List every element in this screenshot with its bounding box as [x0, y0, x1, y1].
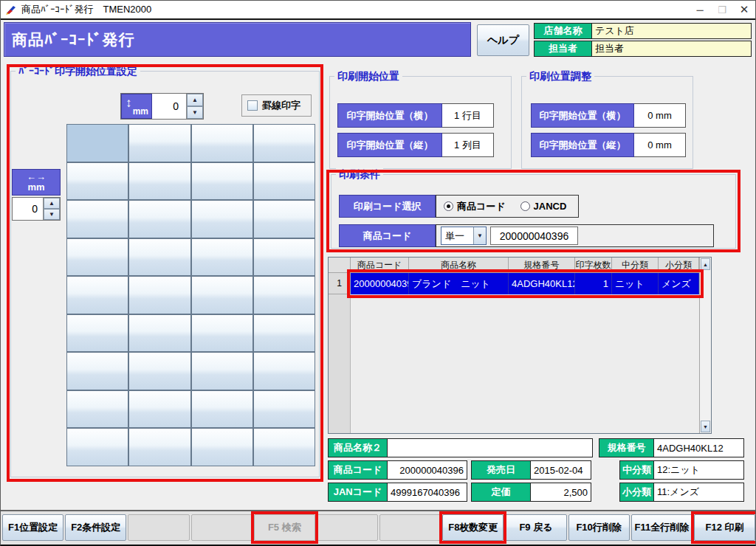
label-cell[interactable] — [66, 276, 128, 314]
horizontal-offset-control: 0 ▲ ▼ — [12, 197, 61, 221]
label-cell[interactable] — [191, 314, 253, 353]
grid-print-checkbox-row[interactable]: 罫線印字 — [241, 94, 312, 117]
radio-unselected-icon[interactable] — [520, 201, 530, 211]
label-cell[interactable] — [128, 390, 190, 429]
label-cell[interactable] — [66, 162, 128, 201]
close-button[interactable]: ✕ — [733, 1, 755, 18]
f6-empty-slot — [317, 514, 378, 541]
label-cell[interactable] — [128, 352, 190, 390]
product-code-entry: 単一 ▼ 200000040396 — [436, 224, 714, 247]
jan-code-row: JANコード 4999167040396 — [328, 483, 467, 502]
store-name-label: 店舗名称 — [535, 24, 592, 38]
minimize-button[interactable]: ─ — [689, 1, 711, 18]
radio-jancd[interactable]: JANCD — [520, 201, 567, 212]
label-cell[interactable] — [128, 276, 190, 314]
label-cell[interactable] — [253, 238, 315, 277]
print-adjust-v-value: 0 mm — [634, 133, 686, 157]
f9-back-button[interactable]: F9 戻る — [505, 514, 566, 541]
mode-dropdown[interactable]: 単一 ▼ — [441, 227, 487, 245]
col-mid-category: 中分類 — [612, 258, 659, 273]
f1-position-button[interactable]: F1位置設定 — [2, 514, 63, 541]
horizontal-offset-input[interactable]: 0 — [13, 198, 44, 220]
barcode-start-position-group: ﾊﾞｰｺｰﾄﾞ印字開始位置設定 ↕ mm 0 ▲ ▼ 罫線印字 ←→ mm 0 — [10, 71, 320, 477]
barcode-start-position-group-title: ﾊﾞｰｺｰﾄﾞ印字開始位置設定 — [16, 65, 140, 77]
label-cell[interactable] — [66, 124, 128, 162]
label-cell[interactable] — [191, 428, 253, 466]
label-cell[interactable] — [253, 162, 315, 201]
f3-empty-slot — [128, 514, 189, 541]
function-key-bar: F1位置設定 F2条件設定 F5 検索 F8枚数変更 F9 戻る F10行削除 … — [1, 510, 756, 545]
dropdown-arrow-icon[interactable]: ▼ — [473, 227, 486, 244]
label-cell[interactable] — [128, 314, 190, 353]
product-code-row: 商品コード 200000040396 — [328, 460, 467, 480]
grid-print-checkbox-label: 罫線印字 — [262, 99, 300, 112]
table-empty-area — [351, 294, 699, 433]
table-header-row: 商品コード 商品名称 規格番号 印字枚数 中分類 小分類 — [329, 258, 699, 273]
label-cell[interactable] — [191, 390, 253, 429]
table-row[interactable]: 1 200000040396 ブランド ニット 4ADGH40KL12 1 ニッ… — [329, 273, 699, 294]
row-number-column — [329, 294, 351, 433]
label-cell[interactable] — [191, 162, 253, 201]
label-cell[interactable] — [191, 352, 253, 390]
spec-number-row: 規格番号 4ADGH40KL12 — [599, 438, 744, 457]
table-scrollbar[interactable]: ▲ ▼ — [699, 258, 711, 433]
label-cell[interactable] — [191, 200, 253, 238]
label-cell[interactable] — [128, 162, 190, 201]
product-code-input[interactable]: 200000040396 — [490, 227, 578, 245]
label-cell[interactable] — [253, 276, 315, 314]
print-start-h-label: 印字開始位置（横） — [337, 103, 442, 128]
f8-count-change-button[interactable]: F8枚数変更 — [442, 514, 504, 541]
f4-empty-slot — [191, 514, 252, 541]
maximize-button[interactable]: ❒ — [711, 1, 733, 18]
vertical-offset-input[interactable]: 0 — [152, 94, 187, 119]
scroll-down-icon[interactable]: ▼ — [701, 421, 710, 432]
label-cell[interactable] — [66, 428, 128, 466]
product-code-label: 商品コード — [339, 224, 436, 247]
label-cell[interactable] — [191, 124, 253, 162]
vertical-offset-down-icon[interactable]: ▼ — [187, 106, 203, 119]
label-cell[interactable] — [66, 200, 128, 238]
small-category-row: 小分類 11:メンズ — [619, 483, 744, 502]
vertical-offset-up-icon[interactable]: ▲ — [187, 94, 203, 106]
help-button[interactable]: ヘルプ — [477, 24, 529, 56]
label-cell[interactable] — [128, 238, 190, 277]
print-start-v-label: 印字開始位置（縦） — [337, 133, 442, 157]
page-title: 商品ﾊﾞｰｺｰﾄﾞ発行 — [4, 22, 471, 57]
vertical-offset-control: ↕ mm 0 ▲ ▼ — [120, 93, 204, 120]
label-cell[interactable] — [253, 428, 315, 466]
jan-code-field: 4999167040396 — [388, 483, 467, 501]
scroll-up-icon[interactable]: ▲ — [701, 258, 710, 270]
label-cell[interactable] — [191, 238, 253, 277]
print-start-h-value: 1 行目 — [442, 103, 494, 128]
radio-selected-icon[interactable] — [444, 201, 453, 211]
small-category-field: 11:メンズ — [654, 483, 743, 501]
f2-condition-button[interactable]: F2条件設定 — [65, 514, 126, 541]
label-cell[interactable] — [128, 124, 190, 162]
print-adjust-v-label: 印字開始位置（縦） — [531, 133, 634, 157]
f11-delete-all-button[interactable]: F11全行削除 — [631, 514, 693, 541]
release-date-field: 2015-02-04 — [531, 461, 591, 479]
horizontal-offset-down-icon[interactable]: ▼ — [44, 209, 60, 220]
label-cell[interactable] — [253, 352, 315, 390]
grid-print-checkbox[interactable] — [247, 100, 258, 111]
f7-empty-slot — [379, 514, 441, 541]
label-cell[interactable] — [66, 238, 128, 277]
label-cell[interactable] — [253, 390, 315, 429]
label-cell[interactable] — [253, 200, 315, 238]
label-cell[interactable] — [66, 314, 128, 353]
label-cell[interactable] — [66, 390, 128, 429]
app-window: 商品ﾊﾞｰｺｰﾄﾞ発行 TMEN2000 ─ ❒ ✕ 商品ﾊﾞｰｺｰﾄﾞ発行 ヘ… — [0, 0, 756, 546]
f12-print-button[interactable]: F12 印刷 — [694, 514, 755, 541]
label-cell[interactable] — [253, 314, 315, 353]
label-cell[interactable] — [191, 276, 253, 314]
label-cell[interactable] — [253, 124, 315, 162]
f10-delete-row-button[interactable]: F10行削除 — [568, 514, 630, 541]
horizontal-offset-up-icon[interactable]: ▲ — [44, 198, 60, 209]
col-spec-number: 規格番号 — [509, 258, 575, 273]
label-cell[interactable] — [128, 428, 190, 466]
label-cell[interactable] — [128, 200, 190, 238]
print-code-select-label: 印刷コード選択 — [339, 195, 436, 218]
radio-product-code[interactable]: 商品コード — [444, 200, 506, 213]
label-cell[interactable] — [66, 352, 128, 390]
vertical-offset-unit: ↕ mm — [121, 94, 152, 119]
